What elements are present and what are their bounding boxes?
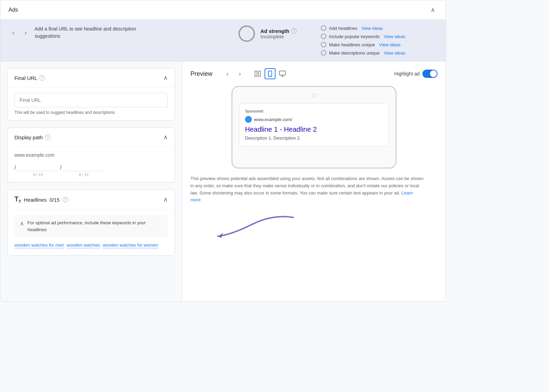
tt-icon: TT [14, 195, 21, 204]
path2-counter: 0 / 15 [79, 173, 89, 177]
arrow-annotation [190, 207, 437, 248]
globe-icon: 🌐 [245, 116, 252, 123]
path1-counter: 0 / 15 [33, 173, 43, 177]
preview-note: This preview shows potential ads assembl… [190, 175, 424, 204]
final-url-header: Final URL ? ∧ [8, 69, 175, 87]
check-circle [321, 42, 326, 47]
collapse-button[interactable]: ∧ [428, 5, 437, 15]
final-url-collapse-icon[interactable]: ∧ [163, 74, 168, 82]
left-panel: Final URL ? ∧ This will be used to sugge… [0, 61, 182, 301]
display-path-header: Display path ? ∧ [8, 128, 175, 147]
svg-rect-1 [258, 71, 260, 76]
checklist-item: Make descriptions unique View ideas [321, 50, 437, 56]
highlight-toggle: Highlight ad [394, 70, 437, 78]
path1-wrap: 0 / 15 [17, 161, 59, 177]
keyword-chip[interactable]: wooden watches [67, 242, 100, 248]
highlight-toggle-switch[interactable] [422, 70, 437, 78]
headlines-section: TT Headlines 0/15 ? ∧ ∧ For optimal ad p… [7, 189, 175, 256]
checklist-item: Include popular keywords View ideas [321, 34, 437, 39]
sponsored-label: Sponsored [245, 109, 383, 113]
top-banner: ‹ › Add a final URL to see headline and … [0, 20, 446, 61]
ad-card: Sponsored 🌐 www.example.com/ Headline 1 … [239, 103, 389, 146]
toggle-knob [430, 70, 437, 77]
headlines-header: TT Headlines 0/15 ? ∧ [8, 190, 175, 210]
check-circle [321, 50, 326, 56]
headlines-collapse-icon[interactable]: ∧ [163, 196, 168, 203]
strength-label: Ad strength [260, 28, 289, 34]
hint-text: For optimal ad performance, include thes… [27, 219, 162, 233]
keywords-hint: ∧ For optimal ad performance, include th… [14, 215, 168, 237]
checklist: Add headlines View ideas Include popular… [321, 25, 437, 56]
final-url-body: This will be used to suggest headlines a… [8, 87, 175, 120]
checklist-item-text: Add headlines [329, 26, 357, 31]
phone-dot [312, 94, 316, 98]
section-title: Ads [9, 7, 18, 13]
svg-point-3 [270, 75, 270, 76]
path2-input[interactable] [63, 161, 104, 171]
nav-arrows: ‹ › [9, 28, 31, 37]
display-path-body: www.example.com / 0 / 15 / 0 / 15 [8, 147, 175, 182]
phone-frame: Sponsored 🌐 www.example.com/ Headline 1 … [232, 86, 396, 168]
headlines-title: TT Headlines 0/15 ? [14, 195, 68, 204]
strength-circle [238, 25, 255, 42]
checklist-item-text: Make headlines unique [329, 42, 375, 47]
main-content: Final URL ? ∧ This will be used to sugge… [0, 61, 446, 301]
url-hint: This will be used to suggest headlines a… [14, 110, 168, 115]
mobile-view-btn[interactable] [265, 68, 276, 79]
ad-strength-section: Ad strength ? Incomplete [238, 25, 307, 42]
section-header: Ads ∧ [0, 0, 446, 20]
path-slash-2: / [60, 161, 62, 171]
preview-title: Preview [190, 70, 212, 78]
path1-input[interactable] [17, 161, 59, 171]
view-ideas-link[interactable]: View ideas [384, 50, 405, 56]
display-path-title: Display path ? [14, 134, 50, 140]
next-button[interactable]: › [21, 28, 31, 37]
view-ideas-link[interactable]: View ideas [379, 42, 401, 47]
ad-description: Description 1. Description 2. [245, 135, 383, 141]
svg-rect-0 [255, 71, 257, 76]
final-url-title: Final URL ? [14, 75, 45, 81]
view-btns [252, 68, 288, 79]
path-inputs: / 0 / 15 / 0 / 15 [14, 161, 168, 177]
checklist-item-text: Include popular keywords [329, 34, 379, 39]
keyword-chips: wooden watches for menwooden watcheswood… [14, 241, 168, 250]
arrow-svg [211, 211, 300, 245]
final-url-section: Final URL ? ∧ This will be used to sugge… [7, 68, 175, 121]
check-circle [321, 25, 326, 31]
display-path-collapse-icon[interactable]: ∧ [163, 133, 168, 141]
strength-status: Incomplete [260, 34, 297, 39]
keyword-chip[interactable]: wooden watches for women [103, 242, 158, 248]
keyword-chip[interactable]: wooden watches for men [14, 242, 64, 248]
preview-next-btn[interactable]: › [234, 68, 245, 79]
ad-domain: www.example.com/ [254, 117, 292, 122]
check-circle [321, 34, 326, 39]
keywords-collapse-btn[interactable]: ∧ [20, 219, 24, 227]
highlight-label: Highlight ad [394, 71, 420, 76]
desktop-view-btn[interactable] [277, 68, 288, 79]
strength-info: Ad strength ? Incomplete [260, 28, 297, 39]
banner-suggestion-text: Add a final URL to see headline and desc… [35, 25, 138, 40]
view-ideas-link[interactable]: View ideas [384, 34, 405, 39]
checklist-item: Make headlines unique View ideas [321, 42, 437, 47]
headlines-body: ∧ For optimal ad performance, include th… [8, 210, 175, 255]
preview-prev-btn[interactable]: ‹ [222, 68, 233, 79]
ad-domain-row: 🌐 www.example.com/ [245, 116, 383, 123]
headlines-help-icon[interactable]: ? [62, 197, 68, 202]
strength-help-icon[interactable]: ? [291, 28, 297, 34]
svg-rect-4 [279, 71, 285, 75]
ad-headline[interactable]: Headline 1 - Headline 2 [245, 126, 383, 133]
view-ideas-link[interactable]: View ideas [361, 26, 383, 31]
columns-view-btn[interactable] [252, 68, 263, 79]
display-path-section: Display path ? ∧ www.example.com / 0 / 1… [7, 128, 175, 182]
path-slash-1: / [14, 161, 16, 171]
path2-wrap: 0 / 15 [63, 161, 104, 177]
display-path-help-icon[interactable]: ? [45, 134, 50, 140]
final-url-help-icon[interactable]: ? [39, 75, 45, 81]
checklist-item: Add headlines View ideas [321, 25, 437, 31]
banner-left: ‹ › Add a final URL to see headline and … [9, 25, 225, 40]
final-url-input[interactable] [14, 93, 168, 107]
headlines-label: Headlines 0/15 [24, 197, 60, 203]
prev-button[interactable]: ‹ [9, 28, 18, 37]
preview-nav: ‹ › [222, 68, 245, 79]
preview-header: Preview ‹ › [190, 68, 437, 79]
